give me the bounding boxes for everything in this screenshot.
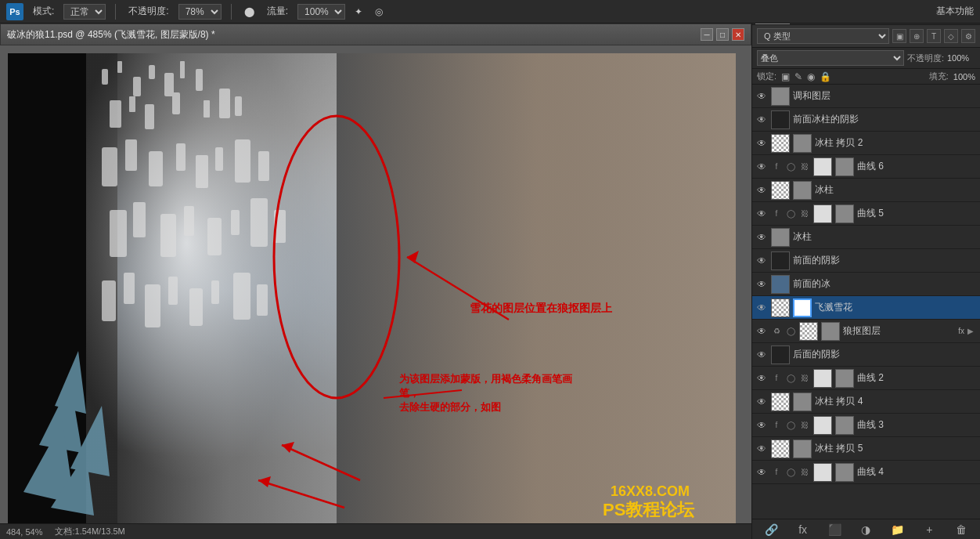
layer-delete-button[interactable]: 🗑 bbox=[953, 522, 970, 537]
layer-visibility-icon[interactable]: 👁 bbox=[755, 466, 768, 479]
layer-item[interactable]: 👁f◯⛓曲线 6 bbox=[752, 155, 980, 179]
layer-visibility-icon[interactable]: 👁 bbox=[755, 255, 768, 267]
lock-pixel-icon[interactable]: ▣ bbox=[781, 71, 790, 82]
layer-name-label: 曲线 5 bbox=[857, 207, 977, 220]
layer-visibility-icon[interactable]: 👁 bbox=[755, 419, 768, 432]
layer-item[interactable]: 👁前面的阴影 bbox=[752, 249, 980, 273]
flow-select[interactable]: 100% bbox=[297, 4, 345, 20]
opacity-select[interactable]: 78% bbox=[178, 4, 222, 20]
flow-label: 流量: bbox=[264, 3, 291, 20]
layer-visibility-icon[interactable]: 👁 bbox=[755, 349, 768, 361]
filter-pixel-icon[interactable]: ▣ bbox=[892, 29, 906, 43]
filter-adjust-icon[interactable]: ⊕ bbox=[910, 29, 924, 43]
layer-name-label: 前面的阴影 bbox=[793, 254, 977, 267]
canvas-image[interactable]: 雪花的图层位置在狼抠图层上 为该图层添加蒙版，用褐色柔角画笔画 笔， 去除生硬的… bbox=[8, 53, 736, 527]
layer-thumbnail bbox=[771, 392, 790, 411]
layer-thumbnail bbox=[771, 181, 790, 200]
panel-bottom-bar: 🔗 fx ⬛ ◑ 📁 + 🗑 bbox=[752, 519, 980, 539]
layer-visibility-icon[interactable]: 👁 bbox=[755, 443, 768, 455]
layer-group-button[interactable]: 📁 bbox=[889, 522, 906, 537]
pressure-icon[interactable]: ◎ bbox=[372, 5, 386, 19]
layer-item[interactable]: 👁前面冰柱的阴影 bbox=[752, 108, 980, 132]
layer-item[interactable]: 👁f◯⛓曲线 5 bbox=[752, 202, 980, 226]
layer-name-label: 调和图层 bbox=[793, 89, 977, 103]
app-logo: Ps bbox=[6, 3, 23, 20]
layer-visibility-icon[interactable]: 👁 bbox=[755, 231, 768, 244]
layer-visibility-icon[interactable]: 👁 bbox=[755, 161, 768, 173]
filter-shape-icon[interactable]: ◇ bbox=[944, 29, 958, 43]
layer-type-select[interactable]: Q 类型 bbox=[757, 28, 889, 44]
layer-item[interactable]: 👁♻◯狼抠图层fx▶ bbox=[752, 320, 980, 343]
layer-visibility-icon[interactable]: 👁 bbox=[755, 137, 768, 150]
layer-visibility-icon[interactable]: 👁 bbox=[755, 114, 768, 126]
layer-thumbnail bbox=[771, 251, 790, 270]
layer-clipping-icon: ◯ bbox=[785, 326, 796, 337]
layer-chain-icon: ◯ bbox=[785, 373, 796, 384]
layer-item[interactable]: 👁冰柱 bbox=[752, 179, 980, 202]
layer-visibility-icon[interactable]: 👁 bbox=[755, 278, 768, 291]
layer-visibility-icon[interactable]: 👁 bbox=[755, 396, 768, 408]
layer-item[interactable]: 👁冰柱 bbox=[752, 226, 980, 249]
layer-item[interactable]: 👁飞溅雪花 bbox=[752, 296, 980, 320]
layer-expand-icon[interactable]: ▶ bbox=[967, 327, 977, 336]
lock-art-icon[interactable]: ◉ bbox=[807, 71, 815, 82]
layer-item[interactable]: 👁后面的阴影 bbox=[752, 343, 980, 367]
layer-thumbnail bbox=[771, 87, 790, 106]
layer-mask-thumbnail bbox=[835, 463, 854, 482]
layer-thumbnail bbox=[771, 298, 790, 317]
canvas-background bbox=[8, 53, 736, 527]
filter-text-icon[interactable]: T bbox=[927, 29, 941, 43]
layer-mask-link-icon: ⛓ bbox=[799, 373, 810, 384]
layer-style-button[interactable]: fx bbox=[794, 522, 812, 537]
layer-visibility-icon[interactable]: 👁 bbox=[755, 372, 768, 385]
layer-thumbnail bbox=[799, 322, 818, 341]
layer-name-label: 曲线 6 bbox=[857, 160, 977, 173]
layer-item[interactable]: 👁f◯⛓曲线 3 bbox=[752, 414, 980, 437]
layer-item[interactable]: 👁f◯⛓曲线 4 bbox=[752, 461, 980, 484]
layer-item[interactable]: 👁前面的冰 bbox=[752, 273, 980, 296]
lock-all-icon[interactable]: 🔒 bbox=[820, 71, 831, 82]
panel-search-row: Q 类型 ▣ ⊕ T ◇ ⚙ bbox=[752, 25, 980, 48]
layer-adjust-button[interactable]: ◑ bbox=[857, 522, 874, 537]
document-title: 破冰的狼11.psd @ 485% (飞溅雪花, 图层蒙版/8) * bbox=[7, 28, 701, 42]
layer-visibility-icon[interactable]: 👁 bbox=[755, 90, 768, 103]
filter-smart-icon[interactable]: ⚙ bbox=[961, 29, 975, 43]
layer-visibility-icon[interactable]: 👁 bbox=[755, 184, 768, 197]
layer-thumbnail bbox=[771, 228, 790, 247]
layer-thumbnail bbox=[771, 345, 790, 364]
mode-select[interactable]: 正常 bbox=[63, 4, 106, 20]
layer-name-label: 冰柱 拷贝 5 bbox=[815, 442, 977, 455]
separator-1 bbox=[115, 4, 116, 20]
blend-mode-select[interactable]: 叠色 bbox=[757, 50, 904, 66]
layers-list: 👁调和图层👁前面冰柱的阴影👁冰柱 拷贝 2👁f◯⛓曲线 6👁冰柱👁f◯⛓曲线 5… bbox=[752, 85, 980, 519]
title-bar: 破冰的狼11.psd @ 485% (飞溅雪花, 图层蒙版/8) * ─ □ ✕ bbox=[0, 24, 751, 45]
layer-link-button[interactable]: 🔗 bbox=[762, 522, 780, 537]
minimize-button[interactable]: ─ bbox=[701, 28, 713, 41]
maximize-button[interactable]: □ bbox=[716, 28, 729, 41]
airbrush-icon[interactable]: ✦ bbox=[351, 5, 366, 19]
layer-name-label: 冰柱 bbox=[793, 230, 977, 244]
layer-mask-button[interactable]: ⬛ bbox=[826, 522, 843, 537]
layer-item[interactable]: 👁冰柱 拷贝 2 bbox=[752, 132, 980, 155]
layer-chain-icon: ◯ bbox=[785, 420, 796, 431]
close-button[interactable]: ✕ bbox=[732, 28, 744, 41]
layer-fx-badge: fx bbox=[958, 327, 964, 335]
brush-icon: ⬤ bbox=[241, 5, 258, 19]
layer-item[interactable]: 👁调和图层 bbox=[752, 85, 980, 108]
right-panel: 图层 通道 路径 ✕ Q 类型 ▣ ⊕ T ◇ ⚙ 叠色 不透明度: 100% … bbox=[751, 0, 980, 539]
layer-mask-link-icon: ⛓ bbox=[799, 467, 810, 478]
layer-visibility-icon[interactable]: 👁 bbox=[755, 325, 768, 338]
layer-name-label: 飞溅雪花 bbox=[815, 301, 977, 314]
layer-mask-link-icon: ⛓ bbox=[799, 420, 810, 431]
lock-position-icon[interactable]: ✎ bbox=[794, 71, 802, 82]
layer-visibility-icon[interactable]: 👁 bbox=[755, 208, 768, 220]
layer-mask-thumbnail bbox=[793, 440, 812, 458]
layer-item[interactable]: 👁f◯⛓曲线 2 bbox=[752, 367, 980, 390]
layer-name-label: 曲线 2 bbox=[857, 371, 977, 385]
layer-visibility-icon[interactable]: 👁 bbox=[755, 302, 768, 314]
layer-item[interactable]: 👁冰柱 拷贝 4 bbox=[752, 390, 980, 414]
layer-link-icon: f bbox=[771, 420, 782, 431]
layer-new-button[interactable]: + bbox=[921, 522, 938, 537]
fill-label: 填充: bbox=[929, 71, 949, 82]
layer-item[interactable]: 👁冰柱 拷贝 5 bbox=[752, 437, 980, 461]
